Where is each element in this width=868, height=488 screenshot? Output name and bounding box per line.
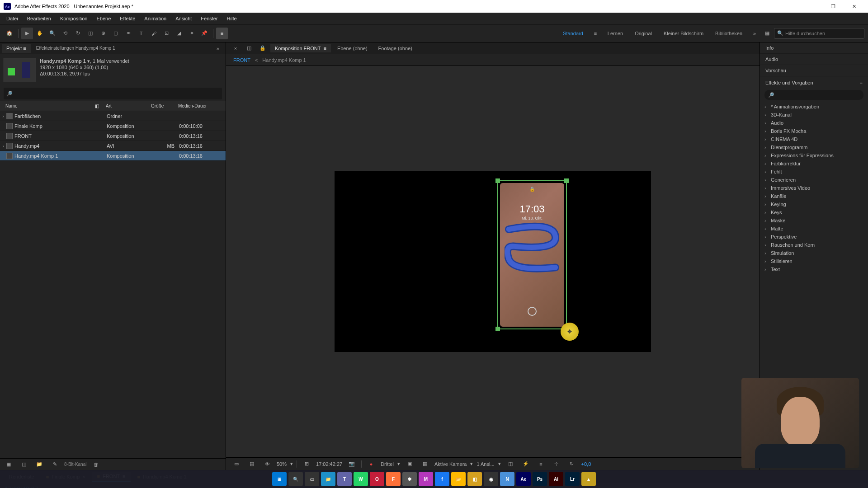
effects-category[interactable]: ›Maske <box>760 216 868 225</box>
effects-category[interactable]: ›Perspektive <box>760 233 868 241</box>
project-row[interactable]: Finale KompKomposition0:00:10:00 <box>0 121 226 131</box>
transparency-icon[interactable]: ▦ <box>419 458 431 470</box>
zoom-level[interactable]: 50% <box>277 461 287 467</box>
close-button[interactable]: ✕ <box>844 0 864 13</box>
viewer-layer-icon[interactable]: ◫ <box>243 42 255 54</box>
menu-effekte[interactable]: Effekte <box>115 14 140 23</box>
taskbar-firefox-icon[interactable]: F <box>386 472 401 486</box>
new-folder-icon[interactable]: 📁 <box>33 459 45 470</box>
pan-behind-icon[interactable]: ⊕ <box>97 28 109 39</box>
taskbar-ai-icon[interactable]: Ai <box>549 472 563 486</box>
viewport[interactable]: 🔒 17:03 Mi. 18. Okt. ✥ <box>226 66 760 457</box>
exposure-offset[interactable]: +0,0 <box>581 461 591 467</box>
effects-category[interactable]: ›Fehlt <box>760 168 868 176</box>
menu-komposition[interactable]: Komposition <box>56 14 92 23</box>
mask-corner-tr[interactable] <box>564 178 569 183</box>
taskbar-whatsapp-icon[interactable]: W <box>354 472 368 486</box>
fast-preview-icon[interactable]: ⚡ <box>520 458 532 470</box>
brush-tool-icon[interactable]: 🖌 <box>148 28 160 39</box>
zoom-tool-icon[interactable]: 🔍 <box>47 28 58 39</box>
effects-category[interactable]: ›Kanäle <box>760 192 868 200</box>
effects-category[interactable]: ›Farbkorrektur <box>760 160 868 168</box>
effects-panel-header[interactable]: Effekte und Vorgaben ≡ <box>760 76 868 89</box>
stamp-tool-icon[interactable]: ⊡ <box>160 28 172 39</box>
hand-tool-icon[interactable]: ✋ <box>34 28 46 39</box>
project-tab[interactable]: Projekt ≡ <box>2 44 31 53</box>
resolution-chevron-icon[interactable]: ▾ <box>397 461 400 467</box>
fill-icon[interactable]: ■ <box>216 28 228 39</box>
effects-category[interactable]: ›Audio <box>760 119 868 127</box>
bit-depth[interactable]: 8-Bit-Kanal <box>64 462 86 467</box>
effects-category[interactable]: ›Expressions für Expressions <box>760 151 868 160</box>
camera-dropdown[interactable]: Aktive Kamera <box>434 461 467 467</box>
always-preview-icon[interactable]: ▭ <box>231 458 242 470</box>
home-icon[interactable]: 🏠 <box>4 28 15 39</box>
menu-hilfe[interactable]: Hilfe <box>222 14 241 23</box>
project-row[interactable]: ›Handy.mp4AVIMB0:00:13:16 <box>0 141 226 151</box>
selection-tool-icon[interactable]: ▶ <box>21 28 33 39</box>
workspace-menu-icon[interactable]: ≡ <box>590 28 601 39</box>
eraser-tool-icon[interactable]: ◢ <box>173 28 185 39</box>
taskbar-app1-icon[interactable]: ✱ <box>402 472 417 486</box>
snapshot-icon[interactable]: 📷 <box>346 458 358 470</box>
effects-category[interactable]: ›Generieren <box>760 176 868 184</box>
taskbar-ps-icon[interactable]: Ps <box>533 472 547 486</box>
text-tool-icon[interactable]: T <box>135 28 147 39</box>
taskbar-messenger-icon[interactable]: M <box>419 472 433 486</box>
effects-category[interactable]: ›Keys <box>760 208 868 216</box>
roto-tool-icon[interactable]: ✦ <box>186 28 198 39</box>
taskbar-folder-icon[interactable]: 📂 <box>451 472 466 486</box>
effects-category[interactable]: ›3D-Kanal <box>760 111 868 119</box>
timecode-display[interactable]: 17:02:42:27 <box>316 461 342 467</box>
effects-category[interactable]: ›Simulation <box>760 249 868 257</box>
new-comp-icon[interactable]: ◫ <box>18 459 30 470</box>
breadcrumb-active[interactable]: FRONT <box>233 57 250 63</box>
flowchart-icon[interactable]: ⊹ <box>551 458 562 470</box>
menu-datei[interactable]: Datei <box>2 14 23 23</box>
shape-tool-icon[interactable]: ▢ <box>110 28 122 39</box>
mask-bounds[interactable]: 🔒 17:03 Mi. 18. Okt. <box>497 180 567 329</box>
effects-category[interactable]: ›Text <box>760 265 868 273</box>
col-art[interactable]: Art <box>106 103 151 108</box>
mask-corner-bl[interactable] <box>495 327 500 331</box>
viewer-tab-komposition[interactable]: Komposition FRONT ≡ <box>270 44 331 52</box>
viewer-close-icon[interactable]: × <box>230 42 241 54</box>
camera-tool-icon[interactable]: ◫ <box>85 28 96 39</box>
project-row[interactable]: Handy.mp4 Komp 1Komposition0:00:13:16 <box>0 151 226 161</box>
project-row[interactable]: ›FarbflächenOrdner <box>0 111 226 121</box>
effects-category[interactable]: ›Rauschen und Korn <box>760 241 868 249</box>
minimize-button[interactable]: — <box>802 0 823 13</box>
zoom-dropdown-icon[interactable]: ▾ <box>290 461 293 467</box>
resolution-dropdown[interactable]: Drittel <box>381 461 394 467</box>
effects-category[interactable]: ›CINEMA 4D <box>760 135 868 143</box>
views-chevron-icon[interactable]: ▾ <box>498 461 501 467</box>
pixel-aspect-icon[interactable]: ◫ <box>505 458 516 470</box>
effects-category[interactable]: ›* Animationsvorgaben <box>760 103 868 111</box>
effects-category[interactable]: ›Immersives Video <box>760 184 868 192</box>
effects-menu-icon[interactable]: ≡ <box>860 80 863 85</box>
viewer-tab-footage[interactable]: Footage (ohne) <box>374 44 417 52</box>
preview-panel[interactable]: Vorschau <box>760 65 868 76</box>
breadcrumb-next[interactable]: Handy.mp4 Komp 1 <box>262 57 306 63</box>
col-tag-icon[interactable]: ◧ <box>95 103 106 108</box>
effects-search[interactable]: 🔎 <box>764 90 863 100</box>
viewer-lock-icon[interactable]: 🔒 <box>257 42 269 54</box>
taskbar-ae-icon[interactable]: Ae <box>516 472 531 486</box>
taskbar-tasks-icon[interactable]: ▭ <box>305 472 319 486</box>
menu-animation[interactable]: Animation <box>140 14 171 23</box>
taskbar-teams-icon[interactable]: T <box>337 472 352 486</box>
audio-panel[interactable]: Audio <box>760 54 868 65</box>
workspace-lernen[interactable]: Lernen <box>602 29 628 38</box>
draft-icon[interactable]: ▤ <box>246 458 258 470</box>
timeline-icon[interactable]: ≡ <box>535 458 547 470</box>
workspace-overflow-icon[interactable]: » <box>749 28 760 39</box>
menu-fenster[interactable]: Fenster <box>196 14 222 23</box>
taskbar-notepad-icon[interactable]: N <box>500 472 514 486</box>
col-dur[interactable]: Medien-Dauer <box>178 103 226 108</box>
effects-category[interactable]: ›Stilisieren <box>760 257 868 265</box>
trash-icon[interactable]: 🗑 <box>90 459 102 470</box>
workspace-original[interactable]: Original <box>629 29 657 38</box>
composition-canvas[interactable]: 🔒 17:03 Mi. 18. Okt. ✥ <box>335 171 651 352</box>
taskbar-obs-icon[interactable]: ◉ <box>484 472 498 486</box>
taskbar-search-icon[interactable]: 🔍 <box>288 472 303 486</box>
